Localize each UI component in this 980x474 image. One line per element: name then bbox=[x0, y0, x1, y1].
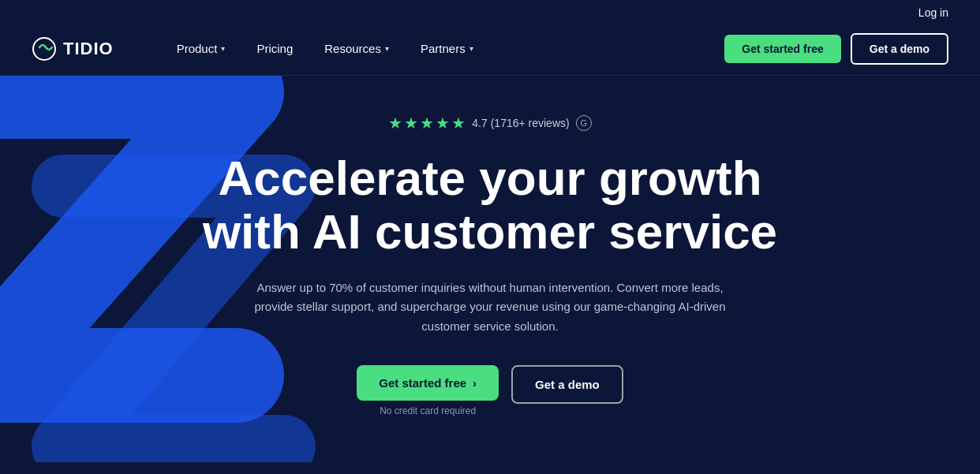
nav-pricing-label: Pricing bbox=[256, 42, 293, 55]
nav-get-demo-button[interactable]: Get a demo bbox=[851, 33, 948, 65]
nav-product-label: Product bbox=[177, 42, 218, 55]
login-link[interactable]: Log in bbox=[918, 6, 948, 19]
hero-headline-line1: Accelerate your growth bbox=[218, 151, 761, 205]
nav-get-started-button[interactable]: Get started free bbox=[724, 35, 840, 63]
deco-z-shape bbox=[0, 76, 347, 462]
nav-resources-label: Resources bbox=[324, 42, 381, 55]
star-2: ★ bbox=[404, 114, 418, 132]
rating-row: ★ ★ ★ ★ ★ 4.7 (1716+ reviews) G bbox=[388, 114, 591, 132]
cta-row: Get started free › No credit card requir… bbox=[357, 365, 623, 416]
star-3: ★ bbox=[420, 114, 434, 132]
rating-text: 4.7 (1716+ reviews) bbox=[472, 117, 569, 129]
tidio-logo-icon bbox=[32, 36, 57, 62]
hero-get-started-button[interactable]: Get started free › bbox=[357, 365, 499, 401]
star-4: ★ bbox=[436, 114, 450, 132]
nav-links: Product ▾ Pricing Resources ▾ Partners ▾ bbox=[161, 22, 725, 76]
logo-text: TIDIO bbox=[63, 39, 114, 59]
hero-get-demo-button[interactable]: Get a demo bbox=[511, 365, 623, 404]
chevron-down-icon-3: ▾ bbox=[469, 44, 473, 53]
nav-partners-label: Partners bbox=[421, 42, 466, 55]
nav-item-resources[interactable]: Resources ▾ bbox=[309, 22, 405, 76]
chevron-down-icon: ▾ bbox=[221, 44, 225, 53]
hero-headline: Accelerate your growth with AI customer … bbox=[203, 151, 777, 259]
top-bar: Log in bbox=[0, 0, 980, 22]
navbar: TIDIO Product ▾ Pricing Resources ▾ Part… bbox=[0, 22, 980, 76]
chevron-down-icon-2: ▾ bbox=[385, 44, 389, 53]
star-5: ★ bbox=[451, 114, 466, 132]
google-icon: G bbox=[576, 115, 592, 131]
hero-get-started-label: Get started free bbox=[379, 376, 466, 390]
logo[interactable]: TIDIO bbox=[32, 36, 114, 62]
stars: ★ ★ ★ ★ ★ bbox=[388, 114, 466, 132]
hero-headline-line2: with AI customer service bbox=[203, 204, 777, 259]
no-credit-card-text: No credit card required bbox=[380, 405, 476, 416]
cta-started-group: Get started free › No credit card requir… bbox=[357, 365, 499, 416]
nav-item-partners[interactable]: Partners ▾ bbox=[405, 22, 489, 76]
nav-item-product[interactable]: Product ▾ bbox=[161, 22, 241, 76]
hero-subtext: Answer up to 70% of customer inquiries w… bbox=[245, 278, 735, 337]
star-1: ★ bbox=[388, 114, 402, 132]
hero-section: ★ ★ ★ ★ ★ 4.7 (1716+ reviews) G Accelera… bbox=[0, 76, 980, 462]
nav-actions: Get started free Get a demo bbox=[724, 33, 948, 65]
nav-item-pricing[interactable]: Pricing bbox=[241, 22, 309, 76]
arrow-icon: › bbox=[473, 376, 477, 390]
